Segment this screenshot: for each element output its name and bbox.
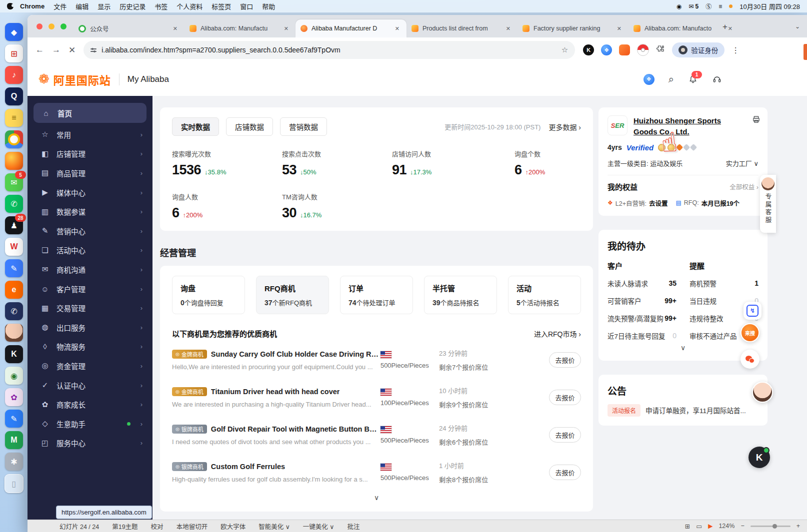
- dock-app-icon[interactable]: ✆: [5, 302, 23, 320]
- zoom-slider[interactable]: [750, 526, 790, 527]
- todo-row[interactable]: 近7日待主账号回复 0: [608, 331, 676, 341]
- sidebar-item[interactable]: ✿ 商家成长 ›: [28, 395, 152, 414]
- menubar-item-profiles[interactable]: 个人资料: [172, 1, 207, 11]
- toolbar-item[interactable]: 第19主题: [112, 522, 138, 531]
- sidebar-item[interactable]: ⌂ 首页 ›: [34, 103, 146, 123]
- tab-close-icon[interactable]: ✕: [393, 24, 402, 33]
- tab-close-icon[interactable]: ✕: [171, 24, 180, 33]
- sidebar-item[interactable]: ☺ 客户管理 ›: [28, 279, 152, 299]
- rfq-row[interactable]: 金牌商机 Titanium Driver head with head cove…: [172, 378, 581, 416]
- zoom-in-icon[interactable]: +: [796, 523, 800, 530]
- alibaba-logo-icon[interactable]: ❁: [38, 71, 50, 87]
- verified-badge[interactable]: Verified: [626, 143, 654, 152]
- sidebar-item[interactable]: ✓ 认证中心 ›: [28, 376, 152, 395]
- printer-icon[interactable]: [752, 115, 760, 126]
- stat-metric[interactable]: TM咨询人数 30 ↓16.7%: [282, 192, 392, 221]
- site-info-icon[interactable]: [90, 48, 96, 52]
- todo-expand-chevron-icon[interactable]: ∨: [608, 341, 758, 352]
- notice-row[interactable]: 活动报名 申请订单融资，享11月国际站首...: [608, 404, 758, 417]
- dock-app-icon[interactable]: ◉: [5, 367, 23, 385]
- stat-metric[interactable]: 询盘人数 6 ↑200%: [172, 192, 282, 221]
- extensions-puzzle-icon[interactable]: [656, 44, 665, 55]
- menubar-item-edit[interactable]: 编辑: [71, 1, 93, 11]
- customer-service-headset-icon[interactable]: [712, 74, 722, 84]
- play-icon[interactable]: ▶: [708, 523, 712, 530]
- quick-tools-button[interactable]: ↯: [744, 302, 762, 320]
- dock-app-icon[interactable]: ◆: [5, 23, 23, 41]
- toggle-icon[interactable]: ≡: [718, 3, 722, 10]
- rfq-title[interactable]: Titanium Driver head with head cover: [211, 388, 340, 396]
- dock-app-icon[interactable]: ♪: [5, 66, 23, 84]
- sidebar-item[interactable]: ◇ 生意助手 ›: [28, 414, 152, 434]
- tab-close-icon[interactable]: ✕: [282, 24, 290, 33]
- k-float-button[interactable]: K: [748, 447, 770, 468]
- dock-app-icon[interactable]: ≡: [5, 109, 23, 127]
- minimize-window-button[interactable]: [48, 23, 54, 29]
- browser-tab[interactable]: Alibaba.com: Manufactu ✕: [184, 19, 296, 37]
- toolbar-item[interactable]: 幻灯片 24 / 24: [60, 522, 99, 531]
- sidebar-item[interactable]: ◊ 物流服务 ›: [28, 337, 152, 357]
- dock-app-icon[interactable]: W: [5, 238, 23, 256]
- search-icon[interactable]: ⌕: [668, 73, 674, 85]
- stats-tab[interactable]: 实时数据: [172, 117, 219, 136]
- dock-app-icon[interactable]: ✉ 5: [5, 173, 23, 191]
- browser-tab[interactable]: Factory supplier ranking ✕: [518, 19, 628, 37]
- sidebar-item[interactable]: ✉ 商机沟通 ›: [28, 260, 152, 279]
- extension-diamond-icon[interactable]: ❖: [601, 44, 612, 55]
- quote-button[interactable]: 去报价: [549, 390, 581, 405]
- toolbar-item[interactable]: 欧大字体: [220, 522, 246, 531]
- dock-app-icon[interactable]: ✿: [5, 388, 23, 406]
- wechat-menubar-icon[interactable]: ✉ 5: [688, 3, 698, 10]
- dock-app-icon[interactable]: M: [5, 431, 23, 449]
- extension-orange-icon[interactable]: [619, 44, 630, 55]
- screen-record-icon[interactable]: ◉: [676, 3, 682, 10]
- dock-app-icon[interactable]: ⊞: [5, 44, 23, 62]
- management-tile[interactable]: 活动 5个活动待报名: [508, 276, 581, 314]
- sidebar-item[interactable]: ▤ 商品管理 ›: [28, 163, 152, 183]
- notification-bell-icon[interactable]: 1: [688, 74, 698, 84]
- rfq-benefit[interactable]: ▤ RFQ: 本月已报19个: [676, 198, 740, 208]
- management-tile[interactable]: 半托管 39个商品待报名: [424, 276, 497, 314]
- apple-logo-icon[interactable]: [7, 3, 14, 9]
- browser-menu-icon[interactable]: ⋮: [732, 45, 740, 55]
- dock-app-icon[interactable]: Q: [5, 87, 23, 105]
- stat-metric[interactable]: 搜索点击次数 53 ↓50%: [282, 149, 392, 178]
- dock-app-icon[interactable]: ✎: [5, 410, 23, 428]
- todo-row[interactable]: 流失预警/高潜复购 99+: [608, 313, 676, 323]
- s-app-icon[interactable]: Ⓢ: [706, 2, 712, 10]
- management-tile[interactable]: 询盘 0个询盘待回复: [172, 276, 245, 314]
- extension-k-icon[interactable]: K: [583, 44, 594, 55]
- stop-reload-button[interactable]: ✕: [68, 45, 76, 55]
- factory-dropdown[interactable]: 实力工厂 ∨: [726, 158, 758, 168]
- assistant-avatar-button[interactable]: [752, 382, 773, 403]
- dock-app-icon[interactable]: [5, 152, 23, 170]
- browser-tab[interactable]: Alibaba Manufacturer D ✕: [296, 19, 406, 37]
- layout-icon[interactable]: ⊞: [685, 523, 690, 530]
- tab-close-icon[interactable]: ✕: [615, 24, 624, 33]
- sidebar-item[interactable]: ◍ 出口服务 ›: [28, 318, 152, 337]
- zoom-window-button[interactable]: [60, 23, 66, 29]
- dedicated-service-tab[interactable]: 专属客服: [760, 175, 776, 233]
- quote-button[interactable]: 去报价: [549, 427, 581, 443]
- verify-identity-button[interactable]: 验证身份: [672, 42, 724, 57]
- browser-tab[interactable]: Products list direct from ✕: [406, 19, 518, 37]
- rfq-market-link[interactable]: 进入RFQ市场 ›: [534, 329, 581, 339]
- stats-tab[interactable]: 营销数据: [280, 117, 327, 136]
- rfq-row[interactable]: 银牌商机 Golf Divot Repair Tool with Magneti…: [172, 416, 581, 453]
- rfq-row[interactable]: 银牌商机 Custom Golf Ferrules High-quality f…: [172, 453, 581, 491]
- rfq-title[interactable]: Custom Golf Ferrules: [211, 463, 285, 471]
- dock-app-icon[interactable]: [5, 130, 23, 148]
- laisou-button[interactable]: 来搜: [740, 323, 760, 342]
- sidebar-item[interactable]: ◧ 店铺管理 ›: [28, 144, 152, 164]
- todo-row[interactable]: 未读人脉请求 35: [608, 278, 676, 288]
- sidebar-item[interactable]: ◎ 资金管理 ›: [28, 356, 152, 376]
- close-window-button[interactable]: [36, 23, 42, 29]
- reading-list-strip[interactable]: [804, 44, 807, 60]
- sidebar-item[interactable]: ☆ 常用 ›: [28, 125, 152, 144]
- sidebar-item[interactable]: ▦ 交易管理 ›: [28, 298, 152, 318]
- quote-button[interactable]: 去报价: [549, 352, 581, 368]
- toolbar-item[interactable]: 本地留切开: [176, 522, 208, 531]
- dock-app-icon[interactable]: K: [5, 345, 23, 363]
- rfq-title[interactable]: Sunday Carry Golf Club Holder Case Drivi…: [211, 350, 380, 358]
- sidebar-item[interactable]: ▶ 媒体中心 ›: [28, 183, 152, 202]
